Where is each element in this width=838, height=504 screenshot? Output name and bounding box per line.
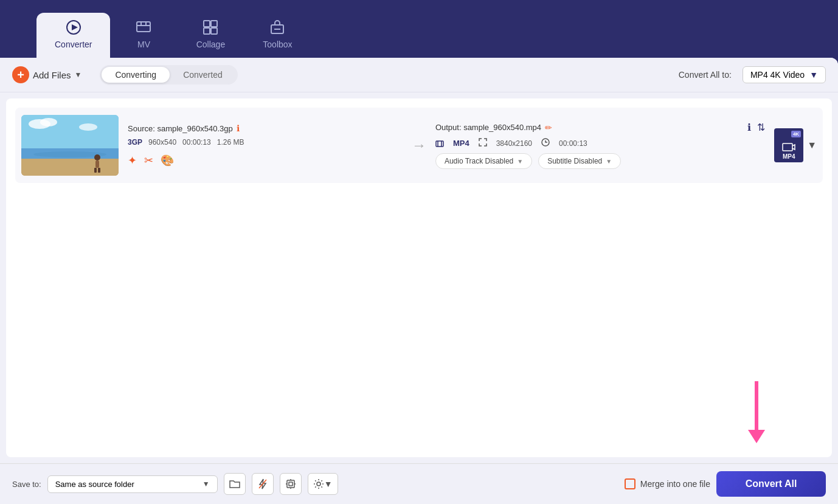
output-format: MP4	[453, 139, 469, 148]
svg-rect-30	[289, 482, 293, 486]
output-meta: MP4 3840x2160	[435, 138, 765, 148]
dropdown-row: Audio Track Disabled ▼ Subtitle Disabled…	[435, 153, 765, 169]
output-format-icon	[435, 139, 444, 148]
save-path-selector[interactable]: Same as source folder ▼	[47, 475, 218, 493]
file-resolution: 960x540	[148, 138, 176, 147]
file-meta: 3GP 960x540 00:00:13 1.26 MB	[128, 138, 403, 147]
svg-rect-7	[211, 21, 217, 27]
svg-rect-8	[204, 28, 210, 34]
merge-label: Merge into one file	[640, 479, 710, 489]
format-selector-arrow: ▼	[809, 70, 818, 80]
format-selector[interactable]: MP4 4K Video ▼	[743, 66, 826, 83]
output-header-icons: ℹ ⇅	[747, 122, 765, 133]
subtitle-label: Subtitle Disabled	[547, 157, 602, 165]
add-files-dropdown-arrow: ▼	[75, 71, 82, 79]
svg-marker-1	[72, 24, 78, 30]
output-duration: 00:00:13	[559, 139, 587, 148]
tab-converter-label: Converter	[55, 40, 92, 49]
converting-tab[interactable]: Converting	[102, 67, 170, 83]
top-navigation: Converter MV Collage Toolbox	[0, 0, 838, 58]
svg-rect-20	[95, 161, 99, 168]
output-duration-icon	[541, 138, 550, 148]
output-settings-icon[interactable]: ⇅	[757, 122, 765, 133]
svg-rect-27	[783, 143, 792, 151]
merge-checkbox-row: Merge into one file	[625, 478, 710, 489]
subtitle-dropdown[interactable]: Subtitle Disabled ▼	[538, 153, 621, 169]
save-path-value: Same as source folder	[55, 480, 134, 489]
audio-track-label: Audio Track Disabled	[445, 157, 513, 165]
svg-point-19	[94, 154, 100, 161]
file-format: 3GP	[128, 138, 142, 147]
add-files-button[interactable]: + Add Files ▼	[12, 66, 81, 83]
tab-collage[interactable]: Collage	[177, 13, 244, 58]
file-info: Source: sample_960x540.3gp ℹ 3GP 960x540…	[128, 123, 403, 167]
tab-mv-label: MV	[137, 40, 150, 49]
audio-track-dropdown[interactable]: Audio Track Disabled ▼	[435, 153, 532, 169]
tab-mv[interactable]: MV	[110, 13, 177, 58]
browse-folder-button[interactable]	[224, 473, 246, 495]
badge-dropdown-arrow[interactable]: ▼	[807, 140, 817, 151]
output-info-icon[interactable]: ℹ	[747, 122, 751, 133]
toolbar: + Add Files ▼ Converting Converted Conve…	[0, 58, 838, 92]
merge-checkbox[interactable]	[625, 478, 635, 489]
tab-toolbox-label: Toolbox	[263, 40, 292, 49]
badge-format-text: MP4	[783, 153, 795, 160]
file-duration: 00:00:13	[182, 138, 211, 147]
conversion-tab-group: Converting Converted	[100, 65, 237, 85]
output-source: Output: sample_960x540.mp4 ✏	[435, 123, 552, 133]
file-actions: ✦ ✂ 🎨	[128, 154, 403, 167]
bottom-bar: Save to: Same as source folder ▼	[0, 463, 838, 504]
trim-icon[interactable]: ✂	[144, 154, 153, 167]
badge-4k: 4K	[791, 131, 801, 137]
output-resolution: 3840x2160	[496, 139, 532, 148]
svg-rect-23	[436, 141, 443, 147]
svg-rect-21	[94, 168, 97, 173]
format-value: MP4 4K Video	[750, 70, 805, 80]
output-label: Output: sample_960x540.mp4	[435, 123, 541, 132]
save-path-arrow: ▼	[203, 480, 210, 488]
svg-point-14	[40, 118, 57, 126]
settings-arrow: ▼	[324, 479, 333, 489]
file-source-row: Source: sample_960x540.3gp ℹ	[128, 123, 403, 133]
settings-button[interactable]: ▼	[308, 473, 338, 495]
tab-toolbox[interactable]: Toolbox	[244, 13, 311, 58]
audio-track-arrow: ▼	[517, 158, 523, 165]
convert-arrow-icon: →	[412, 137, 426, 154]
output-header: Output: sample_960x540.mp4 ✏ ℹ ⇅	[435, 122, 765, 133]
file-source-label: Source: sample_960x540.3gp	[128, 124, 233, 133]
output-edit-icon[interactable]: ✏	[545, 123, 552, 133]
flash-off-button[interactable]	[252, 473, 274, 495]
file-thumbnail	[21, 115, 119, 176]
convert-all-button[interactable]: Convert All	[716, 471, 826, 497]
save-to-label: Save to:	[12, 480, 41, 489]
svg-rect-9	[211, 28, 217, 34]
file-list: Source: sample_960x540.3gp ℹ 3GP 960x540…	[6, 98, 832, 457]
convert-all-to-label: Convert All to:	[679, 70, 732, 80]
add-files-plus-icon: +	[12, 66, 29, 83]
svg-rect-22	[98, 168, 100, 173]
subtitle-arrow: ▼	[606, 158, 612, 165]
svg-rect-17	[21, 159, 119, 176]
output-resolution-icon	[479, 138, 487, 148]
svg-rect-29	[287, 480, 294, 488]
svg-point-35	[317, 482, 320, 486]
add-files-label: Add Files	[33, 70, 71, 80]
format-preview: 4K MP4 ▼	[774, 128, 817, 162]
enhance-icon[interactable]: ✦	[128, 154, 137, 167]
effects-icon[interactable]: 🎨	[161, 154, 174, 167]
file-item: Source: sample_960x540.3gp ℹ 3GP 960x540…	[15, 108, 823, 183]
tab-converter[interactable]: Converter	[36, 13, 110, 58]
svg-point-15	[79, 123, 97, 131]
file-info-icon[interactable]: ℹ	[237, 123, 240, 133]
svg-rect-6	[204, 21, 210, 27]
format-badge: 4K MP4	[774, 128, 803, 162]
hardware-accel-button[interactable]	[280, 473, 302, 495]
tab-collage-label: Collage	[196, 40, 225, 49]
main-content: + Add Files ▼ Converting Converted Conve…	[0, 58, 838, 504]
output-info: Output: sample_960x540.mp4 ✏ ℹ ⇅	[435, 122, 765, 169]
svg-rect-2	[137, 22, 150, 32]
converted-tab[interactable]: Converted	[170, 67, 236, 83]
file-size: 1.26 MB	[217, 138, 244, 147]
